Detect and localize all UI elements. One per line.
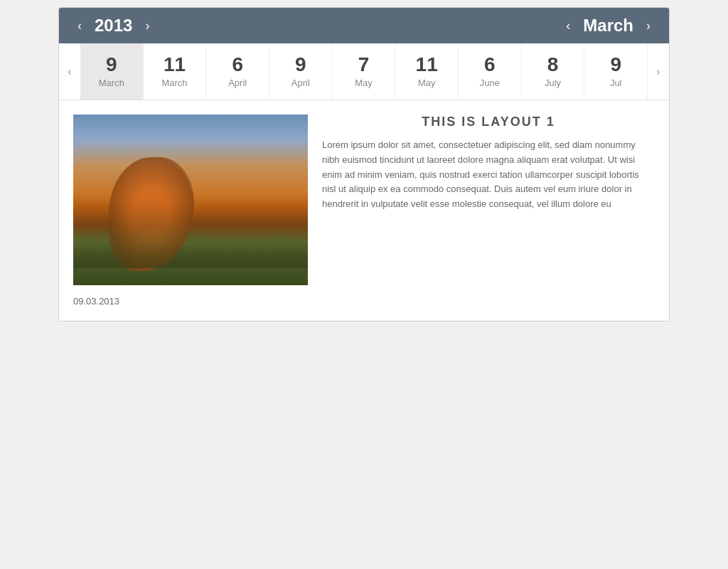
date-item-7[interactable]: 8 July: [522, 43, 585, 100]
year-label: 2013: [95, 16, 132, 36]
date-number-7: 8: [547, 55, 559, 75]
date-month-8: Jul: [610, 78, 622, 88]
date-month-4: May: [355, 78, 373, 88]
date-number-0: 9: [106, 55, 117, 75]
date-number-4: 7: [358, 55, 370, 75]
header-bar: ‹ 2013 › ‹ March ›: [59, 8, 669, 43]
card-date: 09.03.2013: [73, 296, 655, 307]
prev-year-button[interactable]: ‹: [73, 16, 86, 35]
date-number-3: 9: [295, 55, 306, 75]
date-month-0: March: [99, 78, 124, 88]
year-navigation: ‹ 2013 ›: [73, 16, 154, 36]
date-item-3[interactable]: 9 April: [269, 43, 333, 100]
card-image: [73, 115, 308, 285]
date-number-6: 6: [484, 55, 496, 75]
next-date-arrow[interactable]: ›: [648, 43, 669, 100]
date-number-2: 6: [232, 55, 243, 75]
card-body-text: Lorem ipsum dolor sit amet, consectetuer…: [322, 138, 655, 212]
next-year-button[interactable]: ›: [141, 16, 154, 35]
date-item-8[interactable]: 9 Jul: [584, 43, 648, 100]
date-number-8: 9: [610, 55, 621, 75]
date-selector-row: ‹ 9 March 11 March 6 April 9 April 7 May: [59, 43, 669, 100]
date-month-3: April: [291, 78, 310, 88]
date-month-6: June: [480, 78, 500, 88]
prev-month-button[interactable]: ‹: [562, 16, 574, 35]
date-month-2: April: [228, 78, 247, 88]
date-item-0[interactable]: 9 March: [80, 43, 144, 100]
date-item-4[interactable]: 7 May: [333, 43, 396, 100]
date-month-1: March: [161, 78, 187, 88]
date-month-5: May: [418, 78, 436, 88]
autumn-landscape-image: [73, 115, 308, 285]
content-card: THIS IS LAYOUT 1 Lorem ipsum dolor sit a…: [59, 100, 669, 321]
date-item-5[interactable]: 11 May: [395, 43, 459, 100]
card-inner: THIS IS LAYOUT 1 Lorem ipsum dolor sit a…: [73, 115, 655, 285]
calendar-widget: ‹ 2013 › ‹ March › ‹ 9 March 11 March 6 …: [58, 7, 670, 321]
date-number-1: 11: [164, 55, 186, 75]
date-month-7: July: [545, 78, 561, 88]
date-number-5: 11: [416, 55, 438, 75]
next-month-button[interactable]: ›: [642, 16, 655, 35]
card-title: THIS IS LAYOUT 1: [322, 115, 655, 129]
month-navigation: ‹ March ›: [562, 16, 655, 36]
card-text-area: THIS IS LAYOUT 1 Lorem ipsum dolor sit a…: [322, 115, 655, 285]
date-item-6[interactable]: 6 June: [459, 43, 522, 100]
date-items-container: 9 March 11 March 6 April 9 April 7 May 1…: [80, 43, 648, 100]
date-item-1[interactable]: 11 March: [144, 43, 207, 100]
prev-date-arrow[interactable]: ‹: [59, 43, 80, 100]
date-item-2[interactable]: 6 April: [206, 43, 269, 100]
month-label: March: [583, 16, 633, 36]
